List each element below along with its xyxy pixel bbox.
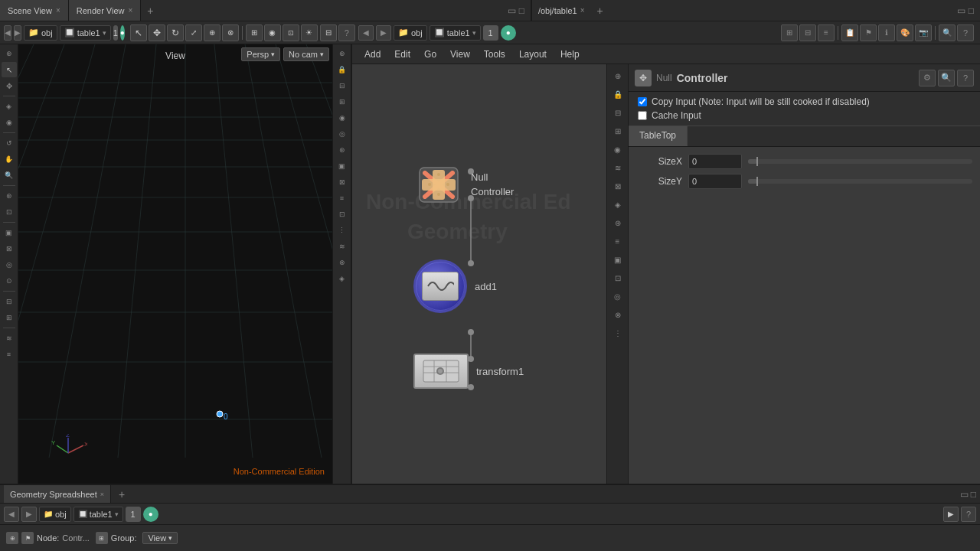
snap2-icon[interactable]: ⊞ [2,310,17,325]
ner-icon15[interactable]: ⋮ [609,324,626,341]
more2-icon[interactable]: ≡ [2,347,17,362]
cache-input-checkbox[interactable] [638,111,647,120]
ner-icon14[interactable]: ⊗ [609,306,626,323]
move-icon[interactable]: ✥ [149,24,165,41]
ner-icon11[interactable]: ▣ [609,251,626,268]
ne-table1-breadcrumb[interactable]: 🔲 table1 ▾ [430,25,481,41]
rs-icon7[interactable]: ⊛ [335,142,350,158]
ner-icon9[interactable]: ⊛ [609,214,626,231]
render-icon[interactable]: ◉ [264,24,281,41]
ner-icon1[interactable]: ⊕ [609,67,626,84]
copy-input-checkbox-row[interactable]: Copy Input (Note: Input will be still co… [638,96,971,107]
copy-input-checkbox[interactable] [638,97,647,106]
bottom-forward-btn[interactable]: ▶ [21,507,37,522]
handle1-icon[interactable]: ▣ [2,225,17,240]
scene-view-tab-close[interactable]: × [56,6,60,15]
right-collapse-icon[interactable]: ▭ [957,5,965,16]
ne-tile-icon[interactable]: ⊟ [799,24,816,41]
menu-view[interactable]: View [444,47,476,61]
camera-icon[interactable]: ⊡ [283,24,299,41]
ne-palette-icon[interactable]: 🎨 [897,24,913,41]
ner-icon13[interactable]: ◎ [609,288,626,305]
bottom-expand-icon[interactable]: □ [971,489,976,500]
pan-icon[interactable]: ✋ [2,152,17,167]
geometry-spreadsheet-close[interactable]: × [100,491,104,498]
rs-icon10[interactable]: ≡ [335,191,350,206]
right-path-close[interactable]: × [580,6,585,15]
menu-help[interactable]: Help [554,47,586,61]
bottom-play-btn[interactable]: ▶ [943,507,959,522]
tumble-icon[interactable]: ↺ [2,135,17,151]
rs-icon3[interactable]: ⊟ [335,78,350,93]
ner-icon3[interactable]: ⊟ [609,104,626,121]
display-icon[interactable]: ⊞ [246,24,263,41]
ner-icon8[interactable]: ◈ [609,196,626,213]
circle-btn-left[interactable]: ● [120,25,125,41]
ne-forward-button[interactable]: ▶ [376,25,391,41]
props-gear-icon[interactable]: ⚙ [919,70,936,86]
props-search-icon[interactable]: 🔍 [938,70,955,86]
ne-info-icon[interactable]: ℹ [878,24,895,41]
rs-icon2[interactable]: 🔒 [335,62,350,77]
ner-icon6[interactable]: ≋ [609,159,626,176]
bottom-collapse-icon[interactable]: ▭ [960,489,969,500]
view-dropdown[interactable]: View ▾ [142,532,178,544]
bottom-table-display[interactable]: 🔲 table1 ▾ [74,507,123,522]
ne-parm-icon[interactable]: 📋 [841,24,858,41]
light-icon[interactable]: ☀ [301,24,318,41]
view-mode-icon[interactable]: ⊕ [2,46,17,61]
select-icon[interactable]: ↖ [130,24,147,41]
render-view-tab[interactable]: Render View × [69,0,142,21]
rs-icon8[interactable]: ▣ [335,158,350,174]
node-canvas[interactable]: Non-Commercial Ed Geometry [352,64,628,484]
ne-back-button[interactable]: ◀ [358,25,374,41]
ner-icon5[interactable]: ◉ [609,141,626,158]
ne-search-icon[interactable]: 🔍 [939,24,956,41]
scene-view-tab[interactable]: Scene View × [0,0,69,21]
ner-icon2[interactable]: 🔒 [609,86,626,103]
menu-tools[interactable]: Tools [478,47,511,61]
right-expand-icon[interactable]: □ [969,5,974,16]
back-button[interactable]: ◀ [4,25,11,41]
rs-icon5[interactable]: ◉ [335,110,350,126]
add1-node[interactable]: add1 [413,259,497,313]
cache-input-checkbox-row[interactable]: Cache Input [638,110,971,121]
ne-circle-btn[interactable]: ● [501,25,516,41]
tabletop-tab[interactable]: TableTop [629,126,688,146]
bottom-back-btn[interactable]: ◀ [4,507,19,522]
handle2-icon[interactable]: ⊠ [2,241,17,256]
bottom-circle-btn[interactable]: ● [143,507,158,522]
ner-icon4[interactable]: ⊞ [609,122,626,139]
ner-icon12[interactable]: ⊡ [609,269,626,286]
menu-layout[interactable]: Layout [513,47,553,61]
props-help-icon[interactable]: ? [957,70,974,86]
rs-icon6[interactable]: ◎ [335,126,350,142]
group-icon[interactable]: ⊞ [96,532,108,544]
transform1-node[interactable]: transform1 [413,354,524,389]
ner-icon10[interactable]: ≡ [609,233,626,249]
move-mode-icon[interactable]: ✥ [2,78,17,93]
handle4-icon[interactable]: ⊙ [2,273,17,289]
select-mode-icon[interactable]: ↖ [2,62,17,77]
zoom-icon[interactable]: 🔍 [2,168,17,183]
obj-breadcrumb[interactable]: 📁 obj [24,25,57,41]
menu-add[interactable]: Add [358,47,387,61]
ner-icon7[interactable]: ⊠ [609,178,626,194]
rs-icon14[interactable]: ⊗ [335,255,350,270]
handle3-icon[interactable]: ◎ [2,257,17,272]
rs-icon11[interactable]: ⊡ [335,207,350,222]
param-value-sizex[interactable]: 0 [688,154,742,169]
ne-help-icon[interactable]: ? [957,24,974,41]
rotate-icon[interactable]: ↻ [167,24,184,41]
ne-grid-icon[interactable]: ⊞ [781,24,798,41]
viewport-3d[interactable]: Y X 0 View Persp ▾ No cam ▾ [18,44,332,484]
sop-mode-icon[interactable]: ◉ [2,115,17,130]
bottom-obj-display[interactable]: 📁 obj [39,507,71,522]
expand-icon[interactable]: □ [519,5,524,16]
param-slider-sizex[interactable] [748,159,972,164]
rs-icon9[interactable]: ⊠ [335,174,350,190]
rs-icon15[interactable]: ◈ [335,271,350,286]
bottom-help-btn[interactable]: ? [961,507,976,522]
add-tab-button[interactable]: + [141,5,159,17]
collapse-icon[interactable]: ▭ [508,5,516,16]
